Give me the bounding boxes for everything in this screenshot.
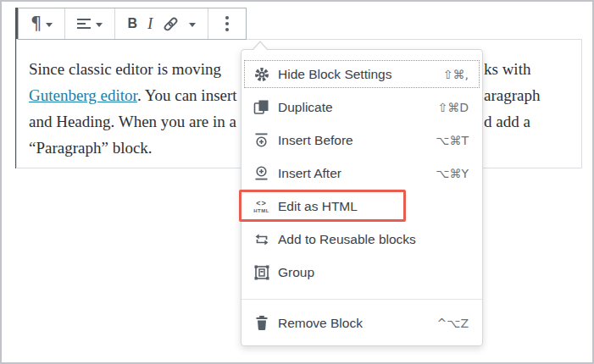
menu-item-label: Remove Block [278, 316, 437, 331]
paragraph-text: aragraph [484, 86, 540, 104]
align-left-icon [77, 18, 92, 30]
menu-item-label: Insert Before [278, 133, 436, 148]
toolbar-group-alignment [65, 8, 115, 39]
pilcrow-icon: ¶ [31, 15, 42, 33]
gutenberg-editor-link[interactable]: Gutenberg editor [29, 86, 137, 104]
menu-item-shortcut: ⇧⌘, [443, 68, 469, 81]
menu-item-label: Edit as HTML [278, 199, 469, 214]
menu-item-label: Hide Block Settings [278, 67, 443, 82]
paragraph-text-fragment: d add a [484, 108, 530, 135]
menu-item-add-to-reusable-blocks[interactable]: Add to Reusable blocks [241, 223, 482, 256]
menu-item-shortcut: ^⌥Z [437, 317, 469, 330]
menu-caret [253, 42, 267, 50]
link-button[interactable] [158, 8, 184, 39]
ellipsis-dot [225, 22, 229, 25]
paragraph-text-line: and Heading. When you are in a [29, 108, 236, 135]
chevron-down-icon [189, 23, 196, 27]
menu-item-edit-as-html[interactable]: <> HTML Edit as HTML [241, 190, 482, 223]
paragraph-text: Since classic editor is moving [29, 60, 221, 78]
menu-item-shortcut: ⇧⌘D [437, 101, 469, 114]
ellipsis-dot [225, 28, 229, 31]
menu-item-label: Add to Reusable blocks [278, 232, 469, 247]
italic-button[interactable]: I [142, 8, 158, 39]
menu-item-label: Duplicate [278, 100, 437, 115]
paragraph-text: ks with [484, 60, 530, 78]
block-toolbar: ¶ B I [18, 8, 247, 40]
link-options-button[interactable] [184, 8, 201, 39]
trash-icon [253, 315, 270, 332]
block-options-menu: Hide Block Settings ⇧⌘, Duplicate ⇧⌘D [241, 49, 483, 346]
insert-after-icon [253, 165, 270, 182]
menu-item-group[interactable]: Group [241, 256, 482, 289]
paragraph-text-fragment: aragraph [484, 82, 540, 108]
paragraph-text-fragment: ks with [484, 56, 530, 82]
reusable-blocks-icon [253, 231, 270, 248]
toolbar-group-more [208, 8, 246, 39]
group-icon [253, 264, 270, 281]
menu-item-label: Insert After [278, 166, 436, 181]
paragraph-text-line: Since classic editor is moving [29, 56, 221, 82]
paragraph-block-button[interactable]: ¶ [25, 8, 58, 39]
link-icon [163, 16, 179, 32]
ellipsis-dot [225, 16, 229, 19]
chevron-down-icon [96, 23, 103, 27]
menu-item-shortcut: ⌥⌘Y [436, 167, 469, 180]
menu-item-duplicate[interactable]: Duplicate ⇧⌘D [241, 91, 482, 124]
menu-item-shortcut: ⌥⌘T [436, 134, 469, 147]
insert-before-icon [253, 132, 270, 149]
menu-divider [241, 299, 482, 300]
toolbar-group-formatting: B I [115, 8, 208, 39]
html-icon: <> HTML [253, 198, 270, 215]
menu-item-insert-before[interactable]: Insert Before ⌥⌘T [241, 124, 482, 157]
chevron-down-icon [46, 23, 53, 27]
bold-icon: B [127, 16, 137, 31]
menu-item-hide-block-settings[interactable]: Hide Block Settings ⇧⌘, [241, 58, 482, 91]
gear-icon [253, 66, 270, 83]
menu-item-insert-after[interactable]: Insert After ⌥⌘Y [241, 157, 482, 190]
paragraph-text-line: “Paragraph” block. [29, 135, 153, 161]
toolbar-group-block-type: ¶ [19, 8, 65, 39]
italic-icon: I [147, 14, 153, 33]
editor-canvas: ¶ B I [0, 0, 594, 364]
duplicate-icon [253, 99, 270, 116]
paragraph-text: “Paragraph” block. [29, 139, 153, 157]
menu-item-label: Group [278, 265, 469, 280]
align-button[interactable] [72, 8, 108, 39]
more-options-button[interactable] [215, 8, 239, 39]
paragraph-text: d add a [484, 113, 530, 130]
bold-button[interactable]: B [122, 8, 142, 39]
menu-item-remove-block[interactable]: Remove Block ^⌥Z [241, 306, 482, 339]
paragraph-text: and Heading. When you are in a [29, 113, 236, 130]
